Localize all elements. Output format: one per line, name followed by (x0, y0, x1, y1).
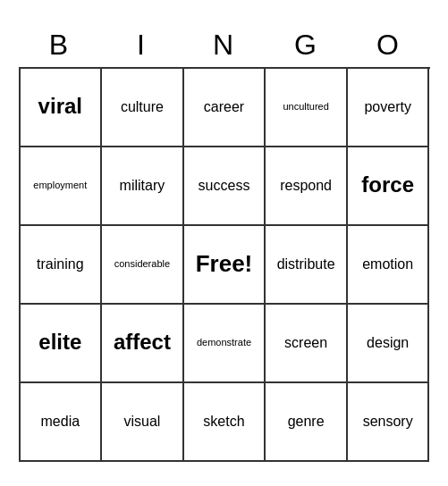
header-letter-o: O (348, 25, 430, 65)
bingo-cell-r2-c3: distribute (266, 226, 348, 305)
bingo-cell-r0-c1: culture (102, 69, 184, 147)
cell-text-r1-c4: force (361, 172, 414, 198)
bingo-cell-r3-c3: screen (266, 305, 348, 383)
cell-text-r2-c1: considerable (114, 258, 170, 270)
header-letter-n: N (183, 25, 266, 65)
bingo-cell-r1-c3: respond (266, 147, 348, 226)
cell-text-r2-c0: training (37, 256, 83, 272)
bingo-card: BINGO viralculturecareerunculturedpovert… (10, 16, 439, 471)
cell-text-r2-c2: Free! (196, 250, 253, 278)
bingo-cell-r4-c0: media (21, 383, 103, 462)
header-letter-b: B (19, 25, 101, 65)
bingo-cell-r1-c0: employment (21, 147, 103, 226)
cell-text-r0-c1: culture (121, 98, 164, 115)
cell-text-r0-c4: poverty (364, 98, 410, 115)
cell-text-r0-c2: career (204, 98, 244, 115)
bingo-cell-r4-c4: sensory (348, 383, 430, 462)
bingo-cell-r3-c0: elite (21, 305, 103, 383)
bingo-cell-r2-c0: training (21, 226, 103, 305)
cell-text-r2-c3: distribute (277, 256, 335, 272)
cell-text-r1-c3: respond (280, 177, 332, 194)
cell-text-r4-c2: sketch (203, 413, 244, 430)
bingo-cell-r0-c0: viral (21, 69, 103, 147)
cell-text-r3-c2: demonstrate (197, 337, 251, 348)
cell-text-r3-c3: screen (284, 334, 327, 351)
cell-text-r0-c3: uncultured (283, 101, 328, 113)
cell-text-r4-c4: sensory (363, 413, 413, 430)
cell-text-r4-c3: genre (288, 413, 325, 430)
bingo-cell-r4-c3: genre (266, 383, 348, 462)
header-letter-g: G (266, 25, 348, 65)
bingo-grid: viralculturecareerunculturedpovertyemplo… (19, 67, 430, 462)
cell-text-r4-c1: visual (123, 413, 160, 430)
bingo-cell-r3-c1: affect (102, 305, 184, 383)
bingo-cell-r2-c4: emotion (348, 226, 430, 305)
cell-text-r2-c4: emotion (362, 256, 413, 272)
cell-text-r3-c0: elite (38, 330, 81, 356)
bingo-cell-r0-c3: uncultured (266, 69, 348, 147)
header-letter-i: I (101, 25, 183, 65)
cell-text-r4-c0: media (41, 413, 80, 430)
bingo-cell-r0-c4: poverty (348, 69, 430, 147)
bingo-cell-r4-c1: visual (102, 383, 184, 462)
bingo-cell-r2-c2: Free! (184, 226, 266, 305)
bingo-cell-r1-c2: success (184, 147, 266, 226)
bingo-header: BINGO (19, 25, 430, 65)
cell-text-r3-c4: design (367, 334, 409, 351)
bingo-cell-r2-c1: considerable (102, 226, 184, 305)
cell-text-r3-c1: affect (114, 330, 171, 356)
bingo-cell-r4-c2: sketch (184, 383, 266, 462)
cell-text-r1-c2: success (199, 177, 250, 194)
cell-text-r0-c0: viral (38, 94, 82, 120)
bingo-cell-r1-c4: force (348, 147, 430, 226)
bingo-cell-r3-c2: demonstrate (184, 305, 266, 383)
bingo-cell-r0-c2: career (184, 69, 266, 147)
cell-text-r1-c1: military (120, 177, 165, 194)
cell-text-r1-c0: employment (33, 180, 87, 191)
bingo-cell-r1-c1: military (102, 147, 184, 226)
bingo-cell-r3-c4: design (348, 305, 430, 383)
